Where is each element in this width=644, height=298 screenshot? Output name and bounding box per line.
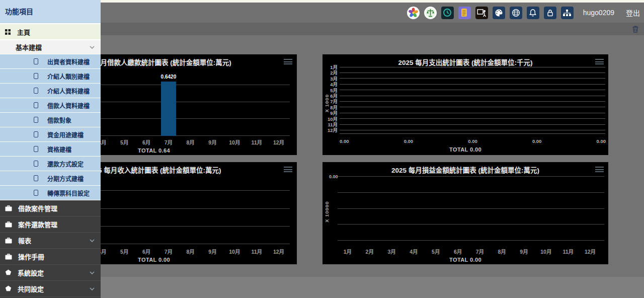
x-tick-label: 0.00 (404, 138, 414, 144)
chart-row: 8月 (326, 105, 605, 110)
pinwheel-logo[interactable] (407, 7, 420, 19)
x-axis-label: 8月 (180, 248, 202, 255)
logout-button[interactable]: 登出 (626, 8, 640, 18)
sidebar-item-label: 還款方式設定 (47, 160, 84, 168)
chart-row: 10月 (326, 116, 605, 121)
gridline (338, 240, 604, 241)
x-axis-label: 7月 (469, 248, 491, 255)
sidebar-item-common-settings[interactable]: 共同設定 (0, 281, 101, 297)
sidebar-item-installment-method-setup[interactable]: 分期方式建檔 (0, 171, 101, 186)
x-axis-label: 5月 (425, 248, 447, 255)
globe-icon[interactable] (510, 7, 522, 19)
scales-logo[interactable] (424, 7, 437, 19)
lock-icon[interactable] (544, 7, 556, 19)
chart-row: 11月 (326, 122, 605, 127)
chart-menu-icon[interactable] (595, 167, 604, 174)
chart-plot (338, 177, 604, 241)
sidebar-item-voucher-subject-setup[interactable]: 轉傳票科目設定 (0, 186, 101, 200)
x-axis-label: 6月 (135, 248, 157, 255)
x-axis-label: 5月 (113, 138, 135, 146)
sidebar-item-loan-target[interactable]: 借款對象 (0, 113, 101, 127)
sidebar-item-reports[interactable]: 報表 (0, 233, 101, 249)
sidebar-item-label: 借款人資料建檔 (47, 101, 90, 110)
chart-row: 5月 (326, 88, 605, 93)
sidebar-item-label: 分期方式建檔 (47, 174, 84, 183)
sidebar-item-case-repayment-management[interactable]: 案件還款管理 (0, 216, 101, 233)
bell-icon[interactable] (527, 7, 539, 19)
sphere-icon (5, 285, 12, 292)
sidebar-item-home[interactable]: 主頁 (0, 24, 101, 40)
x-tick-label: 0.00 (340, 138, 349, 144)
briefcase-icon (5, 221, 12, 228)
gridline (338, 192, 604, 193)
chart-row: 2月 (326, 70, 605, 75)
chart-plot: 1月2月3月4月5月6月7月8月9月10月11月12月 (326, 64, 605, 134)
x-axis-label: 8月 (180, 138, 202, 146)
x-tick-label: 0.00 (532, 138, 542, 144)
briefcase-icon (5, 205, 12, 211)
sidebar-item-qualification-setup[interactable]: 資格建檔 (0, 142, 101, 157)
chart-panel-profit-loss: 2025 每月損益金額統計圖表 (統計金額單位:萬元) 0.00 X 10000… (323, 162, 608, 264)
x-axis-label: 6月 (135, 138, 157, 146)
sidebar-group-basic-setup[interactable]: 基本建檔 (0, 40, 101, 54)
chart-row: 4月 (326, 82, 605, 87)
chart-menu-icon[interactable] (284, 167, 292, 174)
sidebar-item-label: 案件還款管理 (18, 219, 57, 229)
sidebar-item-referrer-data-setup[interactable]: 介紹人資料建檔 (0, 84, 101, 98)
sidebar-item-label: 借款對象 (47, 116, 71, 124)
trash-icon[interactable] (632, 25, 639, 33)
chart-row: 7月 (326, 99, 605, 104)
sidebar-item-label: 報表 (18, 236, 31, 245)
chevron-down-icon (90, 287, 95, 290)
sidebar-item-label: 介紹人類別建檔 (47, 72, 90, 81)
gridline (338, 224, 604, 225)
x-axis-label: 12月 (579, 248, 601, 255)
x-axis-label: 7月 (157, 138, 180, 146)
x-axis-label: 11月 (246, 248, 268, 255)
y-axis-label: 12月 (326, 126, 338, 133)
sidebar-item-label: 出資者資料建檔 (47, 57, 90, 66)
sidebar-title: 功能項目 (0, 0, 101, 24)
y-axis-label: X 10000 (324, 201, 330, 222)
chart-row: 9月 (326, 110, 605, 115)
sidebar-item-label: 主頁 (17, 27, 30, 37)
username: hugo0209 (583, 9, 614, 17)
clock-icon[interactable] (441, 7, 454, 19)
sidebar-item-user-manual[interactable]: 操作手冊 (0, 249, 101, 265)
x-axis-label: 7月 (157, 248, 180, 255)
chart-total: TOTAL 0.00 (323, 257, 608, 263)
presentation-icon[interactable] (475, 7, 488, 19)
sidebar-group-label: 基本建檔 (16, 42, 42, 52)
x-axis-label: 10月 (223, 138, 246, 146)
grid-icon (5, 29, 11, 35)
sidebar-item-label: 資金用途建檔 (47, 130, 84, 139)
sidebar-item-loan-case-management[interactable]: 借款案件管理 (0, 200, 101, 216)
x-axis-label: 9月 (202, 248, 224, 255)
sidebar: 功能項目 主頁 基本建檔 出資者資料建檔 介紹人類別建檔 (0, 0, 101, 298)
sidebar-item-borrower-data-setup[interactable]: 借款人資料建檔 (0, 98, 101, 113)
tablet-icon (34, 117, 38, 123)
sidebar-item-label: 操作手冊 (18, 252, 44, 261)
sidebar-item-label: 系統設定 (18, 268, 44, 277)
axis-line (340, 133, 605, 134)
sidebar-item-referrer-category-setup[interactable]: 介紹人類別建檔 (0, 69, 101, 84)
x-axis-label: 3月 (381, 248, 403, 255)
gridline (338, 176, 604, 177)
sidebar-item-fund-usage-setup[interactable]: 資金用途建檔 (0, 127, 101, 142)
sidebar-item-system-settings[interactable]: 系統設定 (0, 265, 101, 281)
sitemap-icon[interactable] (561, 7, 574, 19)
sphere-icon (5, 269, 12, 276)
gridline (338, 208, 604, 209)
scroll-icon[interactable] (458, 7, 471, 19)
sidebar-item-label: 借款案件管理 (18, 203, 57, 213)
sidebar-item-repayment-method-setup[interactable]: 還款方式設定 (0, 157, 101, 171)
palette-icon[interactable] (493, 7, 505, 19)
x-axis: 0.000.000.000.000.00 (340, 138, 606, 144)
x-tick-label: 0.00 (468, 138, 477, 144)
chart-menu-icon[interactable] (284, 59, 292, 66)
chart-row: 12月 (326, 127, 605, 132)
chart-row: 1月 (326, 64, 605, 69)
tablet-icon (34, 88, 38, 94)
sidebar-item-investor-setup[interactable]: 出資者資料建檔 (0, 54, 101, 69)
bar[interactable] (161, 82, 176, 136)
